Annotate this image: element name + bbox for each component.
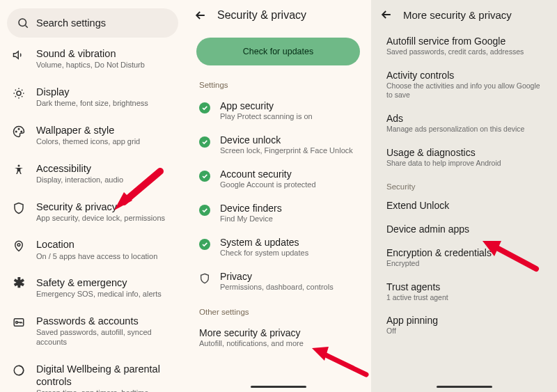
item-wellbeing[interactable]: Digital Wellbeing & parental controlsScr… — [0, 355, 185, 392]
svg-point-6 — [18, 164, 20, 166]
check-icon — [199, 136, 210, 148]
item-security[interactable]: Security & privacyApp security, device l… — [0, 193, 185, 231]
settings-list: Sound & vibrationVolume, haptics, Do Not… — [0, 38, 185, 392]
item-passwords[interactable]: Passwords & accountsSaved passwords, aut… — [0, 307, 185, 355]
check-icon — [199, 102, 210, 113]
item-location[interactable]: LocationOn / 5 apps have access to locat… — [0, 230, 185, 269]
svg-point-0 — [19, 19, 26, 26]
item-app-pinning[interactable]: App pinning Off — [371, 308, 557, 343]
shield-icon — [11, 201, 26, 214]
item-encryption[interactable]: Encryption & credentials Encrypted — [371, 241, 557, 275]
item-ads[interactable]: Ads Manage ads personalization on this d… — [371, 107, 557, 141]
item-privacy[interactable]: PrivacyPermissions, dashboard, controls — [185, 264, 371, 298]
item-title: Digital Wellbeing & parental controls — [36, 363, 175, 388]
svg-point-2 — [17, 91, 21, 95]
item-sub: On / 5 apps have access to location — [36, 252, 175, 262]
search-input[interactable]: Search settings — [7, 8, 178, 38]
check-icon — [199, 205, 210, 216]
sound-icon — [11, 47, 26, 61]
header: Security & privacy — [185, 0, 371, 31]
item-wallpaper[interactable]: Wallpaper & styleColors, themed icons, a… — [0, 116, 185, 155]
svg-line-1 — [25, 25, 27, 27]
item-title: Safety & emergency — [36, 276, 175, 289]
item-device-unlock[interactable]: Device unlockScreen lock, Fingerprint & … — [185, 127, 371, 162]
svg-point-3 — [16, 131, 17, 132]
item-autofill[interactable]: Autofill service from Google Saved passw… — [371, 29, 557, 63]
back-icon[interactable] — [194, 8, 207, 22]
item-sub: Display, interaction, audio — [36, 175, 175, 185]
check-icon — [199, 171, 210, 182]
back-icon[interactable] — [379, 8, 393, 22]
item-account-security[interactable]: Account securityGoogle Account is protec… — [185, 162, 371, 196]
check-updates-button[interactable]: Check for updates — [196, 38, 360, 65]
item-sub: Emergency SOS, medical info, alerts — [36, 290, 175, 299]
item-sub: Screen time, app timers, bedtime schedul… — [36, 389, 175, 392]
item-title: Passwords & accounts — [36, 315, 175, 327]
item-sound[interactable]: Sound & vibrationVolume, haptics, Do Not… — [0, 42, 185, 78]
item-sub: Volume, haptics, Do Not Disturb — [36, 61, 175, 70]
item-display[interactable]: DisplayDark theme, font size, brightness — [0, 78, 185, 116]
item-activity-controls[interactable]: Activity controls Choose the activities … — [371, 63, 557, 107]
svg-point-4 — [18, 128, 19, 130]
header: More security & privacy — [371, 0, 557, 29]
section-security: Security — [371, 174, 557, 194]
gesture-bar — [437, 386, 492, 388]
search-icon — [17, 17, 29, 29]
page-title: More security & privacy — [403, 9, 512, 21]
check-updates-wrap: Check for updates — [185, 31, 371, 78]
palette-icon — [11, 124, 26, 138]
gesture-bar — [251, 386, 306, 388]
asterisk-icon: ✱ — [11, 276, 26, 288]
wellbeing-icon — [11, 363, 26, 377]
accessibility-icon — [11, 162, 26, 176]
item-more-security[interactable]: More security & privacy Autofill, notifi… — [185, 320, 371, 350]
pin-icon — [11, 238, 26, 252]
item-accessibility[interactable]: AccessibilityDisplay, interaction, audio — [0, 155, 185, 193]
svg-point-9 — [16, 322, 18, 324]
item-title: Accessibility — [36, 162, 175, 175]
key-icon — [11, 315, 26, 329]
item-device-finders[interactable]: Device findersFind My Device — [185, 196, 371, 230]
svg-line-13 — [323, 354, 366, 375]
check-icon — [199, 239, 210, 250]
item-sub: App security, device lock, permissions — [36, 214, 175, 224]
item-sub: Colors, themed icons, app grid — [36, 137, 175, 147]
search-wrap: Search settings — [0, 0, 185, 38]
page-title: Security & privacy — [217, 9, 306, 22]
item-title: Wallpaper & style — [36, 124, 175, 136]
item-title: Security & privacy — [36, 201, 175, 213]
item-safety[interactable]: ✱ Safety & emergencyEmergency SOS, medic… — [0, 269, 185, 307]
item-system-updates[interactable]: System & updatesCheck for system updates — [185, 230, 371, 264]
item-sub: Dark theme, font size, brightness — [36, 99, 175, 109]
section-settings: Settings — [185, 78, 371, 93]
item-device-admin[interactable]: Device admin apps — [371, 217, 557, 241]
section-other: Other settings — [185, 298, 371, 320]
search-placeholder: Search settings — [36, 17, 106, 29]
item-title: Display — [36, 86, 175, 98]
more-security-panel: More security & privacy Autofill service… — [371, 0, 557, 392]
item-title: Location — [36, 238, 175, 251]
item-extend-unlock[interactable]: Extend Unlock — [371, 194, 557, 217]
security-panel: Security & privacy Check for updates Set… — [185, 0, 371, 392]
svg-point-7 — [17, 244, 20, 246]
item-trust-agents[interactable]: Trust agents 1 active trust agent — [371, 275, 557, 309]
item-sub: Saved passwords, autofill, synced accoun… — [36, 328, 175, 347]
item-title: Sound & vibration — [36, 47, 175, 60]
item-usage-diagnostics[interactable]: Usage & diagnostics Share data to help i… — [371, 141, 557, 175]
item-app-security[interactable]: App securityPlay Protect scanning is on — [185, 93, 371, 127]
display-icon — [11, 86, 26, 100]
shield-icon — [199, 273, 210, 284]
settings-root-panel: Search settings Sound & vibrationVolume,… — [0, 0, 185, 392]
svg-point-5 — [21, 131, 22, 132]
